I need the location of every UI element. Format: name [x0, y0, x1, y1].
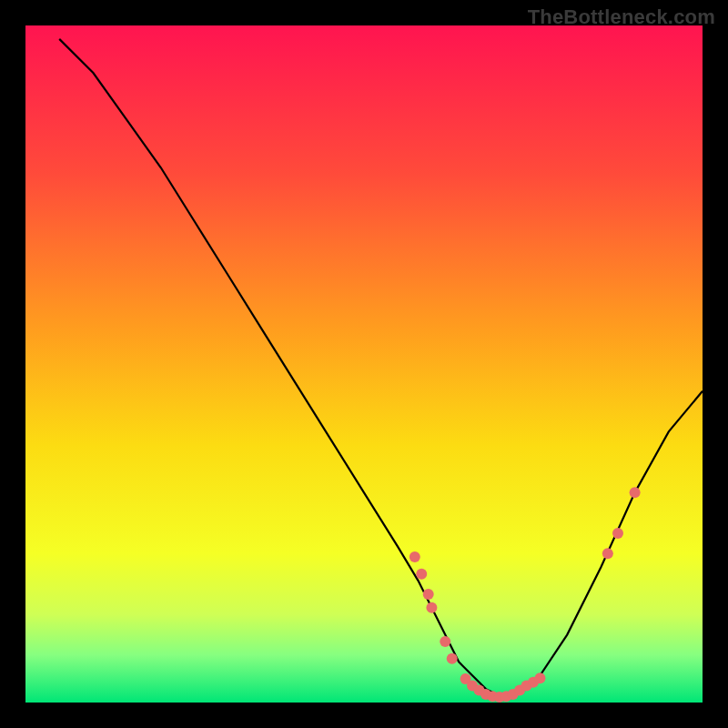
highlight-dot	[410, 551, 420, 562]
highlight-dot	[534, 672, 545, 683]
highlight-dot	[416, 569, 427, 580]
plot-background	[25, 25, 703, 703]
bottleneck-chart	[0, 0, 728, 728]
highlight-dot	[426, 602, 437, 613]
highlight-dot	[612, 528, 623, 539]
highlight-dot	[447, 653, 458, 664]
highlight-dot	[630, 487, 641, 498]
highlight-dot	[440, 636, 450, 647]
highlight-dot	[423, 589, 434, 600]
highlight-dot	[602, 548, 613, 559]
chart-container: TheBottleneck.com	[0, 0, 728, 728]
